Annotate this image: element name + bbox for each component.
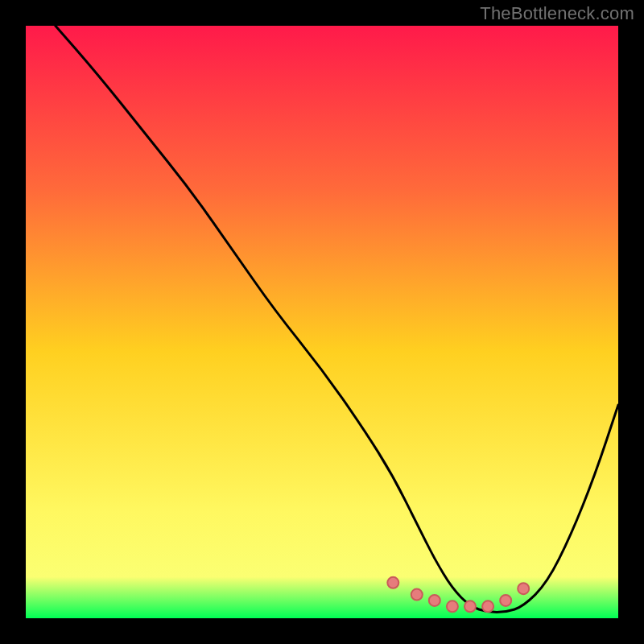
highlight-dot xyxy=(387,577,398,588)
highlight-dot xyxy=(411,589,423,601)
plot-area xyxy=(26,26,618,618)
highlight-dot xyxy=(429,595,440,606)
highlight-dot xyxy=(500,595,511,606)
highlight-dot xyxy=(518,583,529,594)
highlight-dot xyxy=(464,601,476,612)
attribution-label: TheBottleneck.com xyxy=(480,3,634,24)
chart-stage: TheBottleneck.com xyxy=(0,0,644,644)
highlight-dot xyxy=(447,601,458,612)
bottleneck-chart xyxy=(0,0,644,644)
highlight-dot xyxy=(482,601,493,612)
